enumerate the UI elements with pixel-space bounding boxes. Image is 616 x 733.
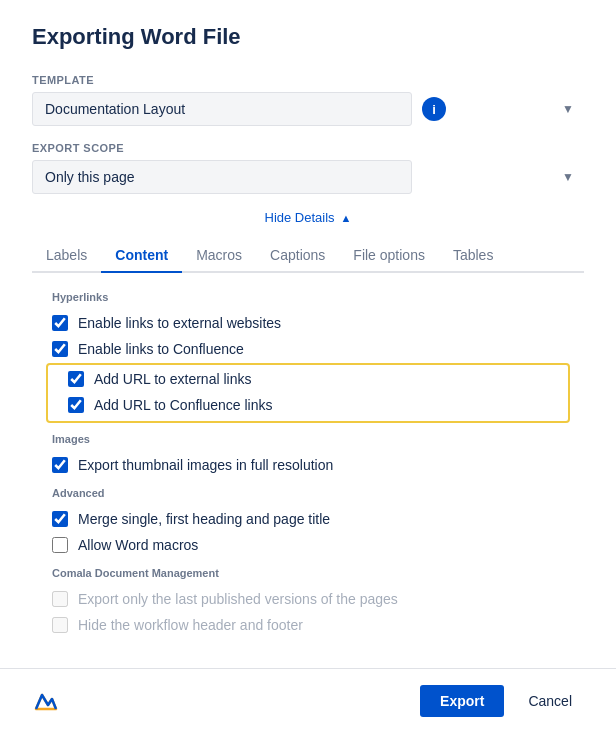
highlighted-url-group: Add URL to external links Add URL to Con… bbox=[46, 363, 570, 423]
workflow-header-checkbox[interactable] bbox=[52, 617, 68, 633]
checkbox-word-macros: Allow Word macros bbox=[32, 533, 584, 557]
checkbox-merge-heading: Merge single, first heading and page tit… bbox=[32, 507, 584, 531]
ext-links-label: Enable links to external websites bbox=[78, 315, 281, 331]
dialog-footer: Export Cancel bbox=[0, 668, 616, 733]
thumbnail-label: Export thumbnail images in full resoluti… bbox=[78, 457, 333, 473]
checkbox-url-confluence: Add URL to Confluence links bbox=[48, 393, 568, 417]
export-scope-label: Export Scope bbox=[32, 142, 584, 154]
ext-links-checkbox[interactable] bbox=[52, 315, 68, 331]
last-published-label: Export only the last published versions … bbox=[78, 591, 398, 607]
template-label: Template bbox=[32, 74, 584, 86]
checkbox-ext-links: Enable links to external websites bbox=[32, 311, 584, 335]
merge-heading-label: Merge single, first heading and page tit… bbox=[78, 511, 330, 527]
confluence-links-label: Enable links to Confluence bbox=[78, 341, 244, 357]
tab-labels[interactable]: Labels bbox=[32, 239, 101, 273]
checkbox-thumbnail: Export thumbnail images in full resoluti… bbox=[32, 453, 584, 477]
thumbnail-checkbox[interactable] bbox=[52, 457, 68, 473]
hyperlinks-heading: Hyperlinks bbox=[52, 291, 564, 303]
tab-file-options[interactable]: File options bbox=[339, 239, 439, 273]
dialog-title: Exporting Word File bbox=[32, 24, 584, 50]
url-external-checkbox[interactable] bbox=[68, 371, 84, 387]
checkbox-last-published: Export only the last published versions … bbox=[32, 587, 584, 611]
tab-macros[interactable]: Macros bbox=[182, 239, 256, 273]
template-field-group: Template Documentation LayoutDefault Lay… bbox=[32, 74, 584, 126]
confluence-links-checkbox[interactable] bbox=[52, 341, 68, 357]
last-published-checkbox[interactable] bbox=[52, 591, 68, 607]
hide-details-chevron-icon: ▲ bbox=[341, 212, 352, 224]
hide-details-label: Hide Details bbox=[265, 210, 335, 225]
hide-details-button[interactable]: Hide Details ▲ bbox=[32, 210, 584, 225]
workflow-header-label: Hide the workflow header and footer bbox=[78, 617, 303, 633]
word-macros-checkbox[interactable] bbox=[52, 537, 68, 553]
tab-tables[interactable]: Tables bbox=[439, 239, 507, 273]
tab-captions[interactable]: Captions bbox=[256, 239, 339, 273]
export-scope-chevron-icon: ▼ bbox=[562, 170, 574, 184]
merge-heading-checkbox[interactable] bbox=[52, 511, 68, 527]
tabs-row: Labels Content Macros Captions File opti… bbox=[32, 239, 584, 273]
app-logo-icon bbox=[32, 687, 60, 715]
cancel-button[interactable]: Cancel bbox=[516, 685, 584, 717]
url-confluence-label: Add URL to Confluence links bbox=[94, 397, 272, 413]
checkbox-workflow-header: Hide the workflow header and footer bbox=[32, 613, 584, 637]
template-select[interactable]: Documentation LayoutDefault LayoutCustom… bbox=[32, 92, 412, 126]
comala-heading: Comala Document Management bbox=[52, 567, 564, 579]
export-scope-field-group: Export Scope Only this pageEntire spaceS… bbox=[32, 142, 584, 194]
advanced-heading: Advanced bbox=[52, 487, 564, 499]
url-confluence-checkbox[interactable] bbox=[68, 397, 84, 413]
footer-buttons: Export Cancel bbox=[420, 685, 584, 717]
template-info-button[interactable]: i bbox=[422, 97, 446, 121]
url-external-label: Add URL to external links bbox=[94, 371, 251, 387]
tab-content[interactable]: Content bbox=[101, 239, 182, 273]
content-tab-panel: Hyperlinks Enable links to external webs… bbox=[32, 291, 584, 637]
export-scope-select[interactable]: Only this pageEntire spaceSelected pages bbox=[32, 160, 412, 194]
checkbox-url-external: Add URL to external links bbox=[48, 367, 568, 391]
template-chevron-icon: ▼ bbox=[562, 102, 574, 116]
checkbox-confluence-links: Enable links to Confluence bbox=[32, 337, 584, 361]
images-heading: Images bbox=[52, 433, 564, 445]
logo bbox=[32, 687, 60, 715]
word-macros-label: Allow Word macros bbox=[78, 537, 198, 553]
export-button[interactable]: Export bbox=[420, 685, 504, 717]
